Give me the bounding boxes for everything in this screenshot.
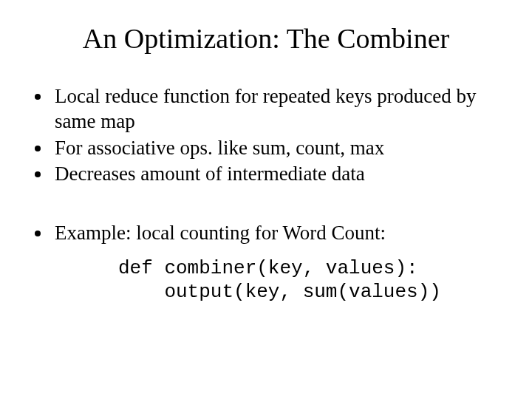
bullet-item: Decreases amount of intermediate data bbox=[52, 162, 502, 187]
slide: An Optimization: The Combiner Local redu… bbox=[0, 0, 532, 399]
bullet-list-2: Example: local counting for Word Count: bbox=[52, 221, 502, 246]
bullet-list-1: Local reduce function for repeated keys … bbox=[52, 84, 502, 187]
bullet-item: Example: local counting for Word Count: bbox=[52, 221, 502, 246]
code-line: def combiner(key, values): bbox=[118, 257, 418, 279]
code-line: output(key, sum(values)) bbox=[118, 281, 441, 303]
slide-title: An Optimization: The Combiner bbox=[30, 22, 502, 55]
code-block: def combiner(key, values): output(key, s… bbox=[118, 256, 502, 304]
bullet-item: For associative ops. like sum, count, ma… bbox=[52, 136, 502, 161]
spacer bbox=[30, 188, 502, 221]
bullet-item: Local reduce function for repeated keys … bbox=[52, 84, 502, 134]
